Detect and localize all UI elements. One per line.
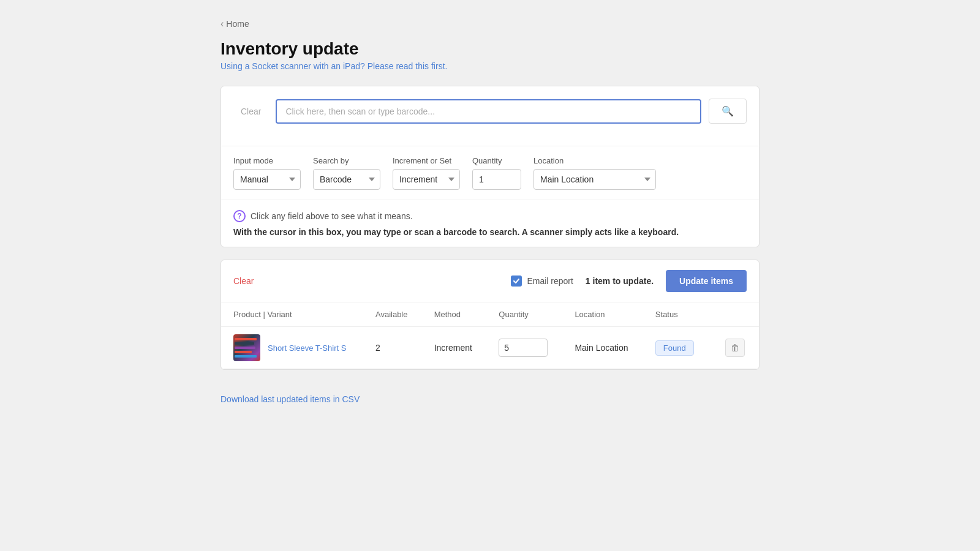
scan-section: Clear 🔍 xyxy=(221,86,759,146)
col-quantity: Quantity xyxy=(486,302,562,327)
items-table: Product | Variant Available Method Quant… xyxy=(221,302,759,369)
back-label: Home xyxy=(226,19,249,29)
status-actions: Found xyxy=(655,340,696,356)
scan-row: Clear 🔍 xyxy=(233,99,747,124)
increment-group: Increment or Set Increment Set xyxy=(393,156,460,190)
product-cell-inner: Short Sleeve T-Shirt S xyxy=(233,334,351,361)
available-cell: 2 xyxy=(363,327,422,369)
help-bold-text: With the cursor in this box, you may typ… xyxy=(233,227,747,237)
email-report-wrap: Email report xyxy=(511,276,573,287)
location-cell: Main Location xyxy=(562,327,643,369)
actions-cell: 🗑 xyxy=(708,327,759,369)
search-by-group: Search by Barcode SKU Title xyxy=(313,156,380,190)
table-head: Product | Variant Available Method Quant… xyxy=(221,302,759,327)
back-link[interactable]: ‹ Home xyxy=(221,18,760,29)
status-cell: Found xyxy=(643,327,708,369)
thumb-line-1 xyxy=(235,338,257,340)
quantity-input[interactable] xyxy=(472,169,521,190)
scan-card: Clear 🔍 Input mode Manual Automatic Sear… xyxy=(221,86,760,247)
filters-row: Input mode Manual Automatic Search by Ba… xyxy=(221,146,759,200)
search-by-label: Search by xyxy=(313,156,380,165)
items-count: 1 item to update. xyxy=(586,276,654,286)
location-select[interactable]: Main Location Warehouse A Warehouse B xyxy=(533,169,656,190)
col-location: Location xyxy=(562,302,643,327)
thumb-line-4 xyxy=(235,351,252,353)
items-card: Clear Email report 1 item to update. Upd… xyxy=(221,260,760,370)
barcode-input[interactable] xyxy=(276,99,701,124)
input-mode-select[interactable]: Manual Automatic xyxy=(233,169,301,190)
product-name-link[interactable]: Short Sleeve T-Shirt S xyxy=(268,343,346,353)
table-body: Short Sleeve T-Shirt S 2 Increment Main … xyxy=(221,327,759,369)
col-product: Product | Variant xyxy=(221,302,363,327)
delete-row-button[interactable]: 🗑 xyxy=(725,339,745,357)
clear-top-button[interactable]: Clear xyxy=(233,102,268,121)
page-subtitle[interactable]: Using a Socket scanner with an iPad? Ple… xyxy=(221,61,760,71)
col-method: Method xyxy=(422,302,487,327)
update-items-button[interactable]: Update items xyxy=(666,270,747,292)
location-group: Location Main Location Warehouse A Wareh… xyxy=(533,156,656,190)
method-cell: Increment xyxy=(422,327,487,369)
increment-select[interactable]: Increment Set xyxy=(393,169,460,190)
product-thumb-decoration xyxy=(233,334,260,361)
help-row-1: ? Click any field above to see what it m… xyxy=(233,210,747,222)
input-mode-group: Input mode Manual Automatic xyxy=(233,156,301,190)
location-label: Location xyxy=(533,156,656,165)
col-available: Available xyxy=(363,302,422,327)
found-badge: Found xyxy=(655,340,694,356)
email-report-checkbox[interactable] xyxy=(511,276,522,287)
table-header-row: Product | Variant Available Method Quant… xyxy=(221,302,759,327)
search-button[interactable]: 🔍 xyxy=(709,99,747,124)
increment-label: Increment or Set xyxy=(393,156,460,165)
trash-icon: 🗑 xyxy=(731,343,739,353)
back-arrow-icon: ‹ xyxy=(221,18,224,29)
download-csv-link[interactable]: Download last updated items in CSV xyxy=(221,394,360,404)
search-by-select[interactable]: Barcode SKU Title xyxy=(313,169,380,190)
col-status: Status xyxy=(643,302,708,327)
product-cell: Short Sleeve T-Shirt S xyxy=(221,327,363,369)
help-section: ? Click any field above to see what it m… xyxy=(221,200,759,247)
help-icon[interactable]: ? xyxy=(233,210,246,222)
input-mode-label: Input mode xyxy=(233,156,301,165)
clear-items-button[interactable]: Clear xyxy=(233,276,254,286)
quantity-label: Quantity xyxy=(472,156,521,165)
thumb-line-3 xyxy=(235,347,255,349)
table-row: Short Sleeve T-Shirt S 2 Increment Main … xyxy=(221,327,759,369)
row-quantity-input[interactable] xyxy=(499,339,548,357)
thumb-line-2 xyxy=(235,342,254,345)
quantity-group: Quantity xyxy=(472,156,521,190)
page-title: Inventory update xyxy=(221,39,760,59)
col-actions xyxy=(708,302,759,327)
quantity-cell xyxy=(486,327,562,369)
search-icon: 🔍 xyxy=(722,106,734,116)
help-click-text: Click any field above to see what it mea… xyxy=(251,211,413,221)
items-header: Clear Email report 1 item to update. Upd… xyxy=(221,260,759,302)
product-thumbnail xyxy=(233,334,260,361)
email-report-label: Email report xyxy=(527,276,573,286)
thumb-line-5 xyxy=(235,355,257,358)
checkmark-icon xyxy=(513,277,520,285)
